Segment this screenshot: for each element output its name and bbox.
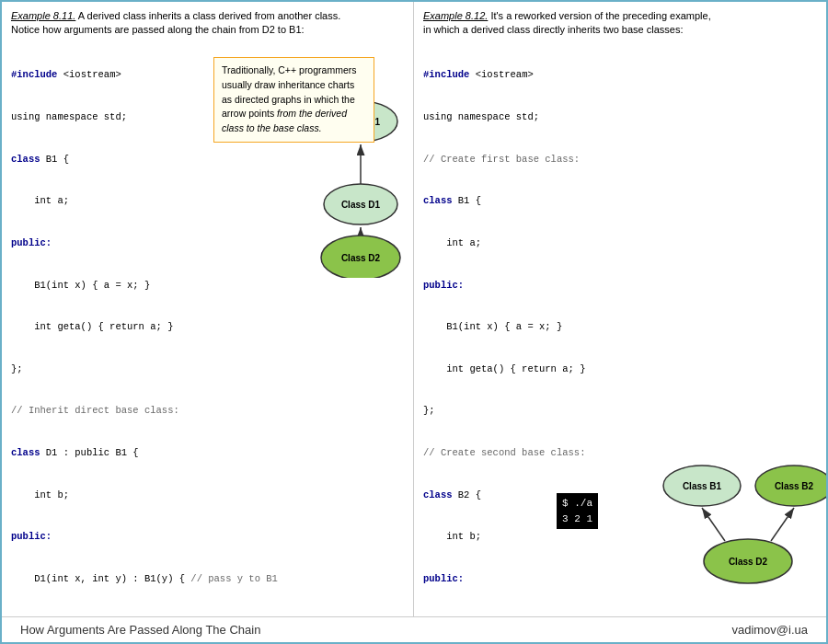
r-code-5: public: [423, 279, 819, 293]
terminal-line2: 3 2 1 [562, 513, 592, 524]
tooltip-text: Traditionally, C++ programmers usually d… [222, 64, 356, 133]
left-code-9: class D1 : public B1 { [11, 446, 406, 460]
left-code-8: // Inherit direct base class: [11, 404, 406, 418]
r-code-0: #include <iostream> [423, 68, 819, 82]
right-example-label: Example 8.12. [423, 10, 488, 21]
right-panel: Example 8.12. It's a reworked version of… [414, 2, 826, 616]
left-subtitle: Notice how arguments are passed along th… [11, 24, 305, 35]
right-subtitle: in which a derived class directly inheri… [423, 24, 683, 35]
left-panel: Example 8.11. A derived class inherits a… [2, 2, 414, 616]
svg-text:Class D1: Class D1 [341, 200, 381, 210]
right-title: Example 8.12. It's a reworked version of… [423, 9, 819, 38]
r-code-7: int geta() { return a; } [423, 362, 819, 376]
r-code-9: // Create second base class: [423, 446, 819, 460]
r-code-6: B1(int x) { a = x; } [423, 320, 819, 334]
svg-text:Class D2: Class D2 [729, 557, 768, 567]
left-code-6: int geta() { return a; } [11, 320, 406, 334]
left-code-13: b = x; [11, 615, 406, 616]
content-area: Example 8.11. A derived class inherits a… [2, 2, 826, 616]
left-code-11: public: [11, 530, 406, 544]
r-code-1: using namespace std; [423, 110, 819, 124]
terminal-line1: $ ./a [562, 498, 592, 509]
left-code-10: int b; [11, 489, 406, 502]
left-code-7: }; [11, 362, 406, 376]
r-code-3: class B1 { [423, 194, 819, 208]
main-container: Example 8.11. A derived class inherits a… [0, 0, 828, 644]
footer-title: How Arguments Are Passed Along The Chain [20, 623, 260, 637]
left-title: Example 8.11. A derived class inherits a… [11, 9, 406, 38]
svg-text:Class B1: Class B1 [683, 481, 722, 491]
left-title-text: A derived class inherits a class derived… [75, 10, 340, 21]
footer-author: vadimov@i.ua [731, 623, 808, 637]
r-code-13: B2(int x) { b = x; } [423, 615, 819, 616]
left-code-5: B1(int x) { a = x; } [11, 279, 406, 293]
r-code-8: }; [423, 404, 819, 418]
right-title-text: It's a reworked version of the preceding… [488, 10, 710, 21]
r-code-4: int a; [423, 236, 819, 250]
svg-text:Class D2: Class D2 [341, 253, 381, 263]
left-code-12: D1(int x, int y) : B1(y) { // pass y to … [11, 572, 406, 586]
svg-text:Class B2: Class B2 [775, 481, 814, 491]
right-diagram-svg: Class B1 Class B2 Class D2 [651, 460, 826, 589]
r-code-2: // Create first base class: [423, 153, 819, 167]
tooltip-box: Traditionally, C++ programmers usually d… [213, 57, 374, 143]
svg-line-16 [702, 508, 725, 541]
right-inheritance-diagram: Class B1 Class B2 Class D2 [651, 460, 817, 580]
left-example-label: Example 8.11. [11, 10, 75, 21]
footer: How Arguments Are Passed Along The Chain… [2, 616, 826, 642]
terminal-output: $ ./a 3 2 1 [557, 493, 598, 529]
svg-line-17 [771, 508, 794, 541]
